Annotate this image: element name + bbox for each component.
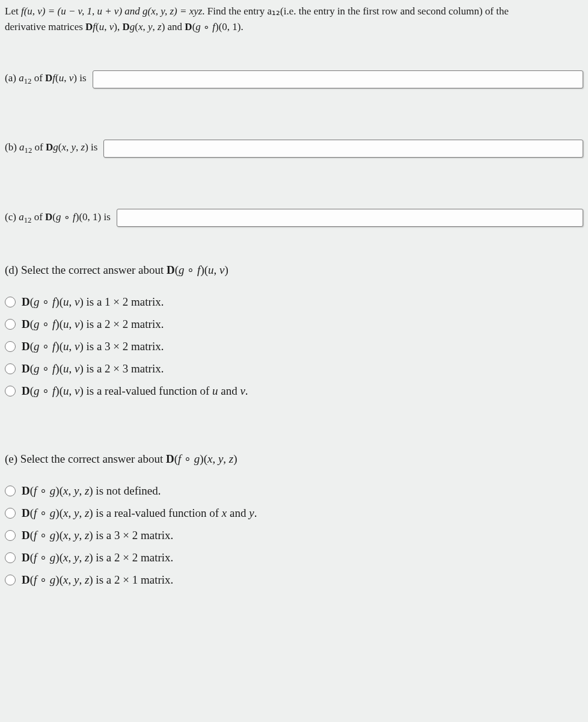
part-d-option-5[interactable]: D(g ∘ f)(u, v) is a real-valued function… xyxy=(5,384,583,398)
part-d-radio-4[interactable] xyxy=(5,363,16,374)
part-e: (e) Select the correct answer about D(f … xyxy=(5,452,583,587)
part-d-radio-5[interactable] xyxy=(5,386,16,396)
part-e-radio-3[interactable] xyxy=(5,530,16,541)
part-e-option-4[interactable]: D(f ∘ g)(x, y, z) is a 2 × 2 matrix. xyxy=(5,551,583,564)
part-e-option-4-text: D(f ∘ g)(x, y, z) is a 2 × 2 matrix. xyxy=(22,551,173,564)
part-d-option-2-text: D(g ∘ f)(u, v) is a 2 × 2 matrix. xyxy=(22,317,164,331)
part-a-input[interactable] xyxy=(93,70,583,88)
part-e-options: D(f ∘ g)(x, y, z) is not defined. D(f ∘ … xyxy=(5,484,583,587)
part-d-option-2[interactable]: D(g ∘ f)(u, v) is a 2 × 2 matrix. xyxy=(5,317,583,331)
problem-line1-math: f(u, v) = (u − v, 1, u + v) and g(x, y, … xyxy=(21,5,202,17)
problem-line1-pre: Let xyxy=(5,5,21,17)
part-a: (a) a12 of Df(u, v) is xyxy=(5,70,583,88)
part-e-option-2[interactable]: D(f ∘ g)(x, y, z) is a real-valued funct… xyxy=(5,506,583,520)
part-d-option-3[interactable]: D(g ∘ f)(u, v) is a 3 × 2 matrix. xyxy=(5,339,583,353)
part-d: (d) Select the correct answer about D(g … xyxy=(5,263,583,398)
part-b-input[interactable] xyxy=(103,140,583,158)
problem-line1-post: . Find the entry a₁₂(i.e. the entry in t… xyxy=(202,5,509,17)
part-e-radio-2[interactable] xyxy=(5,508,16,519)
part-d-option-1-text: D(g ∘ f)(u, v) is a 1 × 2 matrix. xyxy=(22,295,164,309)
part-a-label: (a) a12 of Df(u, v) is xyxy=(5,72,87,86)
part-c-input[interactable] xyxy=(117,209,583,227)
part-d-option-3-text: D(g ∘ f)(u, v) is a 3 × 2 matrix. xyxy=(22,339,164,353)
part-d-radio-3[interactable] xyxy=(5,341,16,352)
part-e-radio-4[interactable] xyxy=(5,552,16,563)
part-e-option-1-text: D(f ∘ g)(x, y, z) is not defined. xyxy=(22,484,161,498)
part-d-prompt: (d) Select the correct answer about D(g … xyxy=(5,263,583,277)
part-e-option-5-text: D(f ∘ g)(x, y, z) is a 2 × 1 matrix. xyxy=(22,573,173,587)
part-e-option-2-text: D(f ∘ g)(x, y, z) is a real-valued funct… xyxy=(22,506,257,520)
part-c: (c) a12 of D(g ∘ f)(0, 1) is xyxy=(5,209,583,227)
part-e-prompt: (e) Select the correct answer about D(f … xyxy=(5,452,583,466)
part-d-option-1[interactable]: D(g ∘ f)(u, v) is a 1 × 2 matrix. xyxy=(5,295,583,309)
part-b-label: (b) a12 of Dg(x, y, z) is xyxy=(5,141,97,155)
part-e-option-1[interactable]: D(f ∘ g)(x, y, z) is not defined. xyxy=(5,484,583,498)
part-e-option-5[interactable]: D(f ∘ g)(x, y, z) is a 2 × 1 matrix. xyxy=(5,573,583,587)
part-d-option-4-text: D(g ∘ f)(u, v) is a 2 × 3 matrix. xyxy=(22,362,164,375)
part-e-radio-1[interactable] xyxy=(5,486,16,496)
part-b: (b) a12 of Dg(x, y, z) is xyxy=(5,140,583,158)
part-e-radio-5[interactable] xyxy=(5,575,16,585)
part-d-radio-1[interactable] xyxy=(5,297,16,307)
part-d-radio-2[interactable] xyxy=(5,319,16,330)
part-d-options: D(g ∘ f)(u, v) is a 1 × 2 matrix. D(g ∘ … xyxy=(5,295,583,398)
part-e-option-3-text: D(f ∘ g)(x, y, z) is a 3 × 2 matrix. xyxy=(22,528,173,542)
part-d-option-5-text: D(g ∘ f)(u, v) is a real-valued function… xyxy=(22,384,248,398)
problem-line2: derivative matrices Df(u, v), Dg(x, y, z… xyxy=(5,21,243,32)
part-e-option-3[interactable]: D(f ∘ g)(x, y, z) is a 3 × 2 matrix. xyxy=(5,528,583,542)
problem-statement: Let f(u, v) = (u − v, 1, u + v) and g(x,… xyxy=(5,4,583,34)
part-d-option-4[interactable]: D(g ∘ f)(u, v) is a 2 × 3 matrix. xyxy=(5,362,583,375)
part-c-label: (c) a12 of D(g ∘ f)(0, 1) is xyxy=(5,211,111,225)
